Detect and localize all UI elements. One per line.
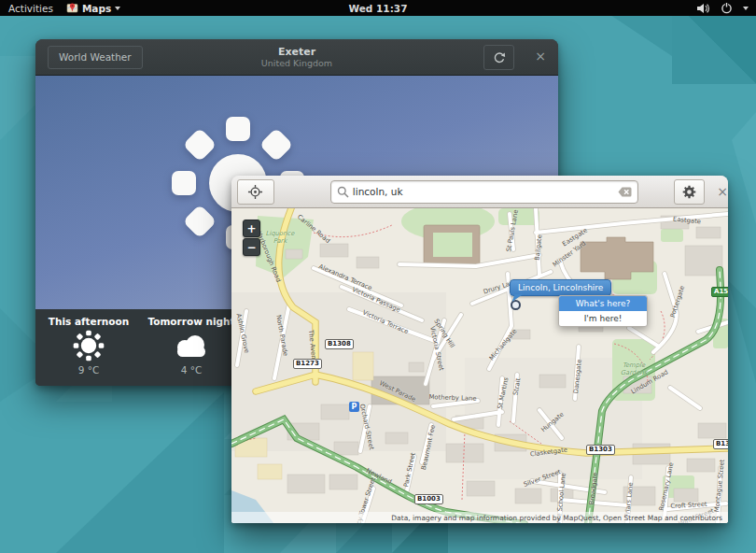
zoom-in-button[interactable]: + [243, 220, 260, 237]
refresh-icon [493, 51, 506, 64]
forecast-label: This afternoon [49, 316, 130, 327]
gear-icon [682, 185, 696, 199]
map-badge-layer: B1308B1273B1303B1003B13A15 [231, 208, 728, 523]
search-box [330, 180, 639, 204]
road-badge: B1308 [325, 339, 354, 349]
crosshair-icon [247, 184, 263, 200]
road-badge: B1003 [414, 494, 443, 504]
cloud-icon [172, 333, 211, 359]
map-canvas[interactable]: Carline RoadLiquorice ParkYarborough Roa… [231, 208, 728, 523]
clear-search-icon[interactable] [618, 187, 632, 197]
forecast-item[interactable]: Tomorrow night 4 °C [140, 309, 243, 386]
map-attribution: Data, imagery and map information provid… [231, 512, 728, 523]
road-badge: B13 [713, 439, 728, 449]
weather-close-button[interactable]: × [535, 48, 546, 64]
weather-headerbar: World Weather Exeter United Kingdom × [35, 39, 558, 76]
parking-icon: P [349, 402, 359, 412]
refresh-button[interactable] [483, 45, 514, 70]
top-bar: Activities Maps Wed 11:37 [0, 0, 756, 16]
world-weather-button[interactable]: World Weather [48, 46, 143, 69]
maps-close-button[interactable]: × [717, 184, 728, 199]
menu-item-im-here[interactable]: I'm here! [559, 311, 647, 326]
road-badge: A15 [711, 287, 728, 297]
road-badge: B1303 [586, 445, 615, 455]
geolocate-button[interactable] [237, 179, 274, 205]
power-icon[interactable] [721, 2, 733, 14]
chevron-down-icon[interactable] [743, 7, 749, 10]
search-input[interactable] [349, 186, 619, 197]
sun-icon [71, 328, 106, 363]
settings-button[interactable] [674, 179, 705, 205]
clock[interactable]: Wed 11:37 [0, 3, 756, 14]
forecast-temp: 4 °C [181, 364, 203, 376]
search-icon [337, 186, 349, 198]
road-badge: B1273 [293, 359, 322, 369]
maps-headerbar: × [231, 176, 728, 208]
forecast-temp: 9 °C [78, 364, 100, 376]
place-bubble[interactable]: Lincoln, Lincolnshire [510, 279, 611, 296]
map-context-menu: What's here? I'm here! [558, 295, 648, 327]
maps-window: × [231, 176, 728, 523]
zoom-out-button[interactable]: − [243, 238, 260, 256]
volume-icon[interactable] [696, 3, 710, 14]
forecast-item[interactable]: This afternoon 9 °C [37, 309, 140, 386]
forecast-label: Tomorrow night [147, 316, 234, 327]
menu-item-whats-here[interactable]: What's here? [559, 296, 647, 311]
zoom-controls: + − [243, 220, 260, 257]
